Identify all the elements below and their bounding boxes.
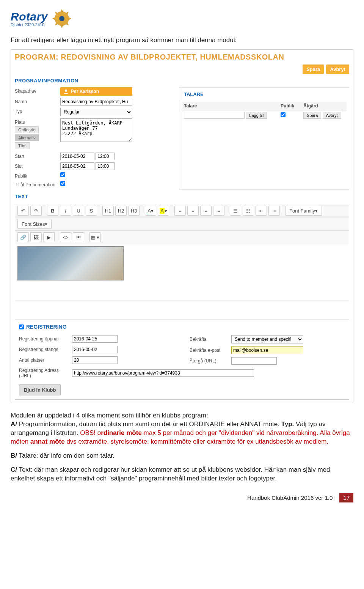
plats-ordinarie-button[interactable]: Ordinarie xyxy=(15,126,39,133)
label-typ: Typ xyxy=(15,108,60,114)
type-select[interactable]: Regular xyxy=(60,108,132,116)
talare-spara-button[interactable]: Spara xyxy=(303,112,321,119)
label-tillat: Tillåt Prenumeration xyxy=(15,181,60,187)
svg-point-1 xyxy=(59,16,64,21)
h3-button[interactable]: H3 xyxy=(128,206,140,216)
app-screenshot: PROGRAM: REDOVISNING AV BILDPROJEKTET, H… xyxy=(11,49,353,403)
number-list-icon[interactable]: ☷ xyxy=(243,206,254,216)
talare-table: Talare Publik Åtgärd Lägg till Spara Avb… xyxy=(182,102,347,120)
page-title: PROGRAM: REDOVISNING AV BILDPROJEKTET, H… xyxy=(15,53,349,61)
footer-text: Handbok ClubAdmin 2016 ver 1.0 | xyxy=(247,495,336,501)
label-bekrafta: Bekräfta xyxy=(190,337,231,342)
col-talare: Talare xyxy=(182,102,278,110)
intro-text: För att redigera eller lägga in ett nytt… xyxy=(11,36,353,44)
created-by-user: Per Karlsson xyxy=(60,87,132,96)
table-row: Lägg till Spara Avbryt xyxy=(182,110,347,121)
label-reg-url: Registrering Adress (URL) xyxy=(19,368,72,378)
logo-word: Rotary xyxy=(11,10,48,23)
confirm-select[interactable]: Send to member and specifi xyxy=(231,335,303,343)
col-atgard: Åtgärd xyxy=(301,102,347,110)
talare-publik-checkbox[interactable] xyxy=(281,112,286,117)
reg-seats-input[interactable] xyxy=(72,356,118,364)
indent-icon[interactable]: ⇥ xyxy=(268,206,280,216)
talare-name-input[interactable] xyxy=(184,112,245,119)
publik-checkbox[interactable] xyxy=(60,172,65,177)
save-button[interactable]: Spara xyxy=(303,65,324,74)
name-input[interactable] xyxy=(60,98,132,106)
return-url-input[interactable] xyxy=(231,357,277,365)
bold-button[interactable]: B xyxy=(47,206,58,216)
label-bekrafta-epost: Bekräfta e-post xyxy=(190,348,231,353)
text-heading: TEXT xyxy=(15,194,349,199)
text-color-button[interactable]: A ▾ xyxy=(145,206,156,216)
align-justify-icon[interactable]: ≡ xyxy=(213,206,224,216)
reg-open-input[interactable] xyxy=(72,335,118,343)
outdent-icon[interactable]: ⇤ xyxy=(256,206,267,216)
logo-subtitle: District 2320-2410 xyxy=(11,22,48,27)
col-publik: Publik xyxy=(278,102,301,110)
redo-icon[interactable]: ↷ xyxy=(30,206,42,216)
media-icon[interactable]: ▶ xyxy=(43,232,55,242)
invite-club-button[interactable]: Bjud in Klubb xyxy=(19,384,61,395)
label-start: Start xyxy=(15,153,60,159)
align-center-icon[interactable]: ≡ xyxy=(187,206,199,216)
registration-section: REGISTRERING Registrering öppnar Registr… xyxy=(15,320,349,400)
label-reg-oppnar: Registrering öppnar xyxy=(19,336,72,342)
plats-textarea[interactable]: Rest Lillgården, ÅKARP Lundavägen 77 232… xyxy=(60,118,132,142)
user-icon xyxy=(63,89,69,94)
end-time-input[interactable] xyxy=(96,162,115,170)
lagg-till-button[interactable]: Lägg till xyxy=(246,112,267,119)
cancel-button[interactable]: Avbryt xyxy=(326,65,349,74)
code-icon[interactable]: <> xyxy=(60,232,71,242)
label-plats: Plats Ordinarie Alternativ Töm xyxy=(15,118,60,150)
registration-heading: REGISTRERING xyxy=(26,324,67,330)
svg-point-2 xyxy=(65,90,67,92)
content-image xyxy=(17,246,124,280)
talare-avbryt-button[interactable]: Avbryt xyxy=(323,112,341,119)
bg-color-button[interactable]: A ▾ xyxy=(158,206,169,216)
plats-alternativ-button[interactable]: Alternativ xyxy=(15,134,39,141)
label-antal: Antal platser xyxy=(19,357,72,363)
label-namn: Namn xyxy=(15,98,60,104)
document-body: Modulen är uppdelad i 4 olika moment som… xyxy=(11,411,353,483)
label-skapad: Skapad av xyxy=(15,87,60,94)
rotary-gear-icon xyxy=(51,8,73,30)
plats-tom-button[interactable]: Töm xyxy=(15,142,30,149)
undo-icon[interactable]: ↶ xyxy=(17,206,29,216)
link-icon[interactable]: 🔗 xyxy=(17,232,29,242)
align-right-icon[interactable]: ≡ xyxy=(200,206,212,216)
label-reg-stangs: Registrering stängs xyxy=(19,347,72,352)
talare-heading: TALARE xyxy=(182,90,347,99)
label-publik: Publik xyxy=(15,172,60,179)
confirm-email-input[interactable] xyxy=(231,346,303,354)
underline-button[interactable]: U xyxy=(73,206,84,216)
italic-button[interactable]: I xyxy=(60,206,71,216)
label-slut: Slut xyxy=(15,162,60,169)
strike-button[interactable]: S xyxy=(86,206,97,216)
editor-content[interactable] xyxy=(15,244,349,301)
image-icon[interactable]: 🖼 xyxy=(30,232,42,242)
page-footer: Handbok ClubAdmin 2016 ver 1.0 | 17 xyxy=(11,493,353,502)
programinfo-heading: PROGRAMINFORMATION xyxy=(15,78,349,83)
h1-button[interactable]: H1 xyxy=(102,206,114,216)
table-icon[interactable]: ▦ ▾ xyxy=(89,232,101,242)
reg-url-input[interactable] xyxy=(72,369,254,377)
font-family-select[interactable]: Font Family ▾ xyxy=(285,206,322,216)
end-date-input[interactable] xyxy=(60,162,94,170)
rich-text-editor: ↶ ↷ B I U S H1 H2 H3 A ▾ A ▾ ≡ ≡ xyxy=(15,204,349,301)
align-left-icon[interactable]: ≡ xyxy=(174,206,186,216)
start-time-input[interactable] xyxy=(96,153,115,160)
bullet-list-icon[interactable]: ☰ xyxy=(230,206,241,216)
reg-close-input[interactable] xyxy=(72,346,118,353)
start-date-input[interactable] xyxy=(60,153,94,160)
h2-button[interactable]: H2 xyxy=(115,206,127,216)
font-size-select[interactable]: Font Sizes ▾ xyxy=(17,219,52,229)
subscription-checkbox[interactable] xyxy=(60,181,65,186)
header-logo: Rotary District 2320-2410 xyxy=(11,5,353,36)
label-aterga: Återgå (URL) xyxy=(190,358,231,364)
preview-icon[interactable]: 👁 xyxy=(73,232,84,242)
registration-enable-checkbox[interactable] xyxy=(19,324,24,329)
page-number-badge: 17 xyxy=(339,493,353,502)
